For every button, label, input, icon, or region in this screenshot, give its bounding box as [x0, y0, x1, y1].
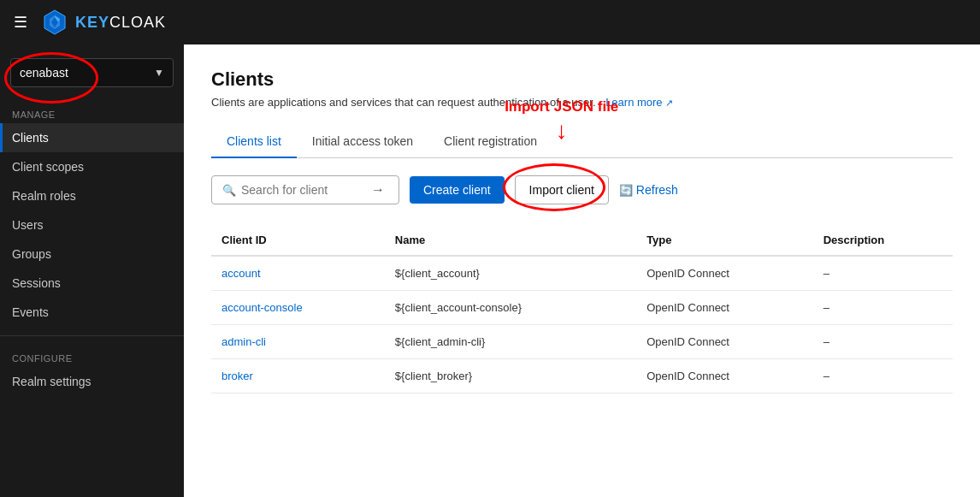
cell-client-id: broker — [211, 359, 385, 393]
col-description: Description — [813, 225, 953, 256]
import-client-button[interactable]: Import client — [515, 175, 609, 204]
table-row: broker${client_broker}OpenID Connect– — [211, 359, 953, 393]
clients-table-element: Client ID Name Type Description account$… — [211, 225, 953, 393]
cell-client-id: account — [211, 256, 385, 291]
main-content: Clients Clients are applications and ser… — [184, 44, 980, 497]
sidebar-item-realm-settings[interactable]: Realm settings — [0, 367, 184, 396]
create-client-label: Create client — [423, 183, 491, 197]
cell-description: – — [813, 256, 953, 291]
table-header-row: Client ID Name Type Description — [211, 225, 953, 256]
sidebar-item-client-scopes[interactable]: Client scopes — [0, 152, 184, 181]
cell-type: OpenID Connect — [636, 291, 813, 325]
manage-section-label: Manage — [0, 101, 184, 123]
cell-client-id: account-console — [211, 291, 385, 325]
search-box: 🔍 → — [211, 175, 399, 204]
refresh-button[interactable]: 🔄 Refresh — [619, 183, 678, 197]
table-row: account-console${client_account-console}… — [211, 291, 953, 325]
tab-clients-list[interactable]: Clients list — [211, 126, 297, 158]
sidebar-item-realm-roles[interactable]: Realm roles — [0, 181, 184, 210]
table-header: Client ID Name Type Description — [211, 225, 953, 256]
sidebar-divider — [0, 335, 184, 336]
search-submit-button[interactable]: → — [368, 182, 388, 198]
tabs: Clients list Initial access token Client… — [211, 126, 953, 158]
logo: KEYCLOAK — [41, 9, 166, 36]
sidebar-item-events[interactable]: Events — [0, 298, 184, 327]
col-name: Name — [385, 225, 636, 256]
sidebar-item-realm-roles-label: Realm roles — [12, 189, 76, 203]
cell-name: ${client_broker} — [385, 359, 636, 393]
table-row: account${client_account}OpenID Connect– — [211, 256, 953, 291]
sidebar-item-clients-label: Clients — [12, 131, 49, 145]
sidebar-item-sessions[interactable]: Sessions — [0, 269, 184, 298]
cell-name: ${client_admin-cli} — [385, 325, 636, 359]
top-nav: ☰ KEYCLOAK — [0, 0, 980, 44]
page-title: Clients — [211, 68, 953, 91]
realm-name: cenabast — [20, 66, 68, 80]
logo-text: KEYCLOAK — [75, 14, 166, 32]
cell-name: ${client_account} — [385, 256, 636, 291]
clients-table: Client ID Name Type Description account$… — [211, 225, 953, 393]
sidebar-item-client-scopes-label: Client scopes — [12, 160, 84, 174]
sidebar-item-realm-settings-label: Realm settings — [12, 375, 92, 388]
import-client-label: Import client — [529, 183, 594, 197]
hamburger-icon[interactable]: ☰ — [14, 13, 27, 32]
search-input[interactable] — [241, 183, 368, 197]
table-row: admin-cli${client_admin-cli}OpenID Conne… — [211, 325, 953, 359]
sidebar-item-events-label: Events — [12, 305, 49, 319]
sidebar: cenabast ▼ Manage Clients Client scopes … — [0, 44, 184, 497]
search-icon: 🔍 — [222, 184, 236, 197]
action-bar: 🔍 → Create client Import client Import J… — [211, 175, 953, 204]
tab-client-registration-label: Client registration — [444, 134, 537, 148]
realm-selector[interactable]: cenabast ▼ — [10, 58, 174, 87]
main-layout: cenabast ▼ Manage Clients Client scopes … — [0, 44, 980, 497]
tab-clients-list-label: Clients list — [227, 134, 281, 148]
cell-type: OpenID Connect — [636, 256, 813, 291]
realm-dropdown-icon: ▼ — [154, 67, 164, 79]
client-id-link[interactable]: account — [221, 267, 261, 280]
table-body: account${client_account}OpenID Connect–a… — [211, 256, 953, 393]
sidebar-item-groups[interactable]: Groups — [0, 240, 184, 269]
learn-more-label: Learn more — [605, 96, 662, 109]
import-client-wrapper: Import client Import JSON file ↓ — [515, 175, 609, 204]
cell-description: – — [813, 291, 953, 325]
col-client-id: Client ID — [211, 225, 385, 256]
tab-initial-access-token[interactable]: Initial access token — [297, 126, 428, 158]
keycloak-logo-icon — [41, 9, 68, 36]
sidebar-item-users[interactable]: Users — [0, 210, 184, 240]
sidebar-item-groups-label: Groups — [12, 247, 51, 261]
cell-type: OpenID Connect — [636, 359, 813, 393]
cell-name: ${client_account-console} — [385, 291, 636, 325]
page-subtitle: Clients are applications and services th… — [211, 96, 953, 109]
sidebar-item-users-label: Users — [12, 218, 44, 232]
sidebar-item-sessions-label: Sessions — [12, 276, 61, 290]
tab-initial-access-token-label: Initial access token — [312, 134, 413, 148]
cell-client-id: admin-cli — [211, 325, 385, 359]
refresh-label: Refresh — [636, 183, 678, 197]
col-type: Type — [636, 225, 813, 256]
page-subtitle-text: Clients are applications and services th… — [211, 96, 596, 109]
cell-description: – — [813, 325, 953, 359]
sidebar-item-clients[interactable]: Clients — [0, 123, 184, 152]
cell-type: OpenID Connect — [636, 325, 813, 359]
external-link-icon: ↗ — [665, 98, 673, 108]
configure-section-label: Configure — [0, 345, 184, 367]
refresh-icon: 🔄 — [619, 184, 633, 197]
create-client-button[interactable]: Create client — [410, 176, 505, 204]
tab-client-registration[interactable]: Client registration — [428, 126, 552, 158]
client-id-link[interactable]: broker — [221, 370, 253, 382]
learn-more-link[interactable]: Learn more ↗ — [605, 96, 673, 109]
client-id-link[interactable]: account-console — [221, 301, 303, 314]
cell-description: – — [813, 359, 953, 393]
client-id-link[interactable]: admin-cli — [221, 335, 266, 348]
